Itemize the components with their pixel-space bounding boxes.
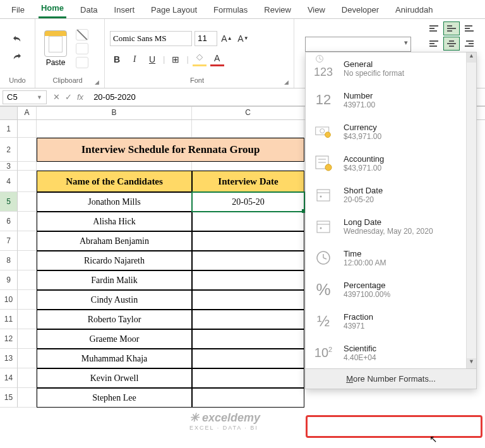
enter-icon[interactable]: ✓ bbox=[65, 92, 72, 102]
cut-icon[interactable] bbox=[76, 29, 88, 40]
title-cell[interactable]: Interview Schedule for Rennata Group bbox=[37, 138, 304, 162]
tab-formulas[interactable]: Formulas bbox=[211, 3, 250, 18]
row-header[interactable]: 4 bbox=[0, 171, 18, 192]
row-header[interactable]: 11 bbox=[0, 310, 18, 329]
svg-rect-10 bbox=[317, 190, 330, 201]
format-option[interactable]: ½Fraction43971 bbox=[306, 305, 466, 337]
align-right-button[interactable] bbox=[461, 37, 477, 51]
cell-date[interactable] bbox=[192, 290, 304, 310]
format-option[interactable]: %Percentage4397100.00% bbox=[306, 274, 466, 305]
cell-date[interactable] bbox=[192, 349, 304, 368]
row-header[interactable]: 9 bbox=[0, 270, 18, 290]
format-option[interactable]: Accounting$43,971.00 bbox=[306, 147, 466, 179]
format-option[interactable]: Currency$43,971.00 bbox=[306, 116, 466, 147]
more-number-formats-button[interactable]: More Number Formats... bbox=[306, 368, 476, 389]
tab-data[interactable]: Data bbox=[78, 3, 100, 18]
bold-button[interactable]: B bbox=[110, 52, 124, 66]
italic-button[interactable]: I bbox=[128, 52, 141, 66]
scroll-up-icon[interactable]: ▲ bbox=[467, 52, 476, 63]
tab-page-layout[interactable]: Page Layout bbox=[148, 3, 200, 18]
cell-date[interactable] bbox=[192, 231, 304, 251]
copy-icon[interactable] bbox=[76, 43, 88, 54]
tab-developer[interactable]: Developer bbox=[339, 3, 381, 18]
cell-name[interactable]: Roberto Taylor bbox=[37, 310, 192, 329]
align-middle-button[interactable] bbox=[443, 21, 460, 35]
row-header[interactable]: 12 bbox=[0, 329, 18, 349]
cell-name[interactable]: Alisha Hick bbox=[37, 212, 192, 231]
format-option[interactable]: Short Date20-05-20 bbox=[306, 179, 466, 210]
undo-group-label: Undo bbox=[5, 75, 30, 85]
cell-name[interactable]: Jonathon Mills bbox=[37, 192, 192, 212]
cell-name[interactable]: Ricardo Najareth bbox=[37, 251, 192, 270]
col-header-a[interactable]: A bbox=[18, 107, 37, 119]
number-format-select[interactable] bbox=[305, 37, 411, 52]
row-header[interactable]: 1 bbox=[0, 120, 18, 138]
row-header[interactable]: 2 bbox=[0, 138, 18, 162]
col-header-c[interactable]: C bbox=[192, 107, 304, 119]
align-bottom-button[interactable] bbox=[461, 21, 477, 35]
row-header[interactable]: 13 bbox=[0, 349, 18, 368]
underline-button[interactable]: U bbox=[145, 52, 159, 66]
format-option[interactable]: Long DateWednesday, May 20, 2020 bbox=[306, 210, 466, 242]
borders-button[interactable]: ⊞ bbox=[169, 52, 183, 66]
name-box[interactable]: C5 ▼ bbox=[3, 90, 47, 104]
cell-name[interactable]: Cindy Austin bbox=[37, 290, 192, 310]
format-option[interactable]: 123GeneralNo specific format bbox=[306, 52, 466, 84]
font-size-select[interactable] bbox=[195, 31, 217, 46]
cell-date[interactable] bbox=[192, 212, 304, 231]
format-painter-icon[interactable] bbox=[76, 57, 88, 68]
tab-insert[interactable]: Insert bbox=[112, 3, 138, 18]
row-header[interactable]: 3 bbox=[0, 162, 18, 171]
align-center-button[interactable] bbox=[443, 37, 460, 51]
row-header[interactable]: 6 bbox=[0, 212, 18, 231]
tab-home[interactable]: Home bbox=[39, 1, 66, 18]
cell-date[interactable] bbox=[192, 329, 304, 349]
tab-user[interactable]: Aniruddah bbox=[393, 3, 435, 18]
format-option[interactable]: Time12:00:00 AM bbox=[306, 242, 466, 274]
font-dialog-icon[interactable]: ◢ bbox=[284, 79, 289, 85]
cell-date[interactable] bbox=[192, 388, 304, 408]
cell-date[interactable] bbox=[192, 251, 304, 270]
row-header[interactable]: 8 bbox=[0, 251, 18, 270]
cell-name[interactable]: Fardin Malik bbox=[37, 270, 192, 290]
cell-name[interactable]: Graeme Moor bbox=[37, 329, 192, 349]
header-date[interactable]: Interview Date bbox=[192, 171, 304, 192]
tab-view[interactable]: View bbox=[305, 3, 328, 18]
cell-date[interactable] bbox=[192, 270, 304, 290]
paste-button[interactable]: Paste bbox=[40, 30, 71, 67]
undo-icon[interactable] bbox=[10, 33, 25, 46]
cell-date[interactable]: 20-05-20 bbox=[192, 192, 304, 212]
cell-date[interactable] bbox=[192, 310, 304, 329]
col-header-b[interactable]: B bbox=[37, 107, 192, 119]
select-all-corner[interactable] bbox=[0, 107, 18, 119]
svg-point-4 bbox=[320, 129, 325, 133]
row-header[interactable]: 7 bbox=[0, 231, 18, 251]
fill-color-button[interactable] bbox=[193, 52, 207, 66]
cell-date[interactable] bbox=[192, 368, 304, 388]
increase-font-icon[interactable]: A▲ bbox=[220, 32, 234, 45]
cell-name[interactable]: Kevin Orwell bbox=[37, 368, 192, 388]
scroll-down-icon[interactable]: ▼ bbox=[467, 358, 476, 368]
cell-name[interactable]: Stephen Lee bbox=[37, 388, 192, 408]
redo-icon[interactable] bbox=[10, 51, 25, 64]
font-name-select[interactable] bbox=[110, 31, 192, 46]
format-option[interactable]: 12Number43971.00 bbox=[306, 84, 466, 116]
cancel-icon[interactable]: ✕ bbox=[53, 92, 60, 102]
row-header[interactable]: 14 bbox=[0, 368, 18, 388]
align-top-button[interactable] bbox=[426, 21, 442, 35]
tab-file[interactable]: File bbox=[9, 3, 27, 18]
decrease-font-icon[interactable]: A▼ bbox=[236, 32, 250, 45]
clipboard-dialog-icon[interactable]: ◢ bbox=[95, 79, 99, 85]
row-header[interactable]: 5 bbox=[0, 192, 18, 212]
dropdown-scrollbar[interactable]: ▲ ▼ bbox=[466, 52, 476, 368]
tab-review[interactable]: Review bbox=[261, 3, 294, 18]
format-option[interactable]: 102Scientific4.40E+04 bbox=[306, 337, 466, 368]
row-header[interactable]: 10 bbox=[0, 290, 18, 310]
row-header[interactable]: 15 bbox=[0, 388, 18, 408]
align-left-button[interactable] bbox=[426, 37, 442, 51]
cell-name[interactable]: Abraham Benjamin bbox=[37, 231, 192, 251]
fx-icon[interactable]: fx bbox=[77, 92, 83, 102]
font-color-button[interactable]: A bbox=[210, 52, 224, 66]
cell-name[interactable]: Muhammad Khaja bbox=[37, 349, 192, 368]
header-name[interactable]: Name of the Candidates bbox=[37, 171, 192, 192]
